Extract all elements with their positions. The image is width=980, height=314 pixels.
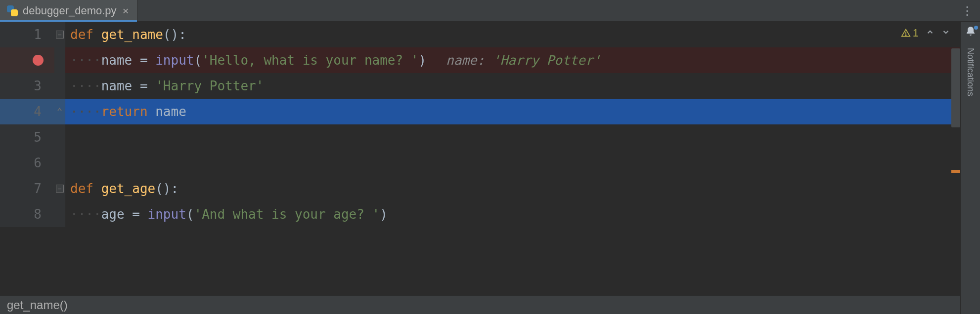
file-tab-label: debugger_demo.py: [23, 4, 117, 17]
code-line[interactable]: 7−def get_age():: [0, 176, 960, 201]
code-token: =: [132, 53, 155, 68]
warning-count: 1: [913, 27, 919, 39]
line-number-gutter[interactable]: 4: [0, 99, 54, 124]
code-token: age: [101, 207, 125, 222]
file-tab[interactable]: debugger_demo.py ×: [0, 0, 137, 21]
code-line[interactable]: 4⌃····return name: [0, 99, 960, 124]
indent-guide: ····: [70, 104, 101, 119]
next-highlight-icon[interactable]: [941, 27, 950, 39]
code-token: 'Hello, what is your name? ': [202, 53, 418, 68]
line-number: 5: [34, 130, 42, 145]
code-token: get_age: [101, 181, 156, 196]
tab-actions-menu[interactable]: ⋮: [961, 0, 980, 21]
inline-debug-value[interactable]: name: 'Harry Potter': [446, 53, 601, 68]
breadcrumb-bar[interactable]: get_name(): [0, 295, 960, 314]
inline-debug-var-value: 'Harry Potter': [485, 53, 601, 68]
indent-guide: ····: [70, 207, 101, 222]
tab-spacer: [137, 0, 961, 21]
line-number-gutter[interactable]: 7: [0, 176, 54, 201]
right-tool-strip: Notifications: [960, 22, 980, 314]
inspection-summary[interactable]: 1: [901, 27, 950, 39]
code-content[interactable]: [65, 150, 960, 176]
fold-collapse-icon[interactable]: −: [56, 31, 64, 39]
code-token: ():: [163, 27, 186, 42]
code-token: return: [101, 104, 156, 119]
fold-gutter[interactable]: [54, 150, 65, 176]
code-content[interactable]: ····name = 'Harry Potter': [65, 73, 960, 99]
code-token: 'And what is your age? ': [194, 207, 380, 222]
fold-gutter[interactable]: ⌃: [54, 99, 65, 124]
fold-gutter[interactable]: [54, 47, 65, 73]
scrollbar-thumb[interactable]: [951, 48, 960, 127]
fold-gutter[interactable]: [54, 124, 65, 150]
line-number: 3: [34, 78, 42, 93]
svg-point-1: [905, 35, 906, 36]
code-content[interactable]: [65, 124, 960, 150]
code-token: name: [155, 104, 186, 119]
fold-gutter[interactable]: −: [54, 176, 65, 201]
fold-gutter[interactable]: [54, 201, 65, 227]
line-number: 8: [34, 207, 42, 222]
error-stripe-mark[interactable]: [951, 170, 960, 173]
code-token: def: [70, 27, 101, 42]
code-token: def: [70, 181, 101, 196]
code-token: =: [125, 207, 148, 222]
indent-guide: ····: [70, 78, 101, 93]
code-token: (: [194, 53, 202, 68]
notification-dot-icon: [974, 26, 978, 30]
main-area: 1 1−def get_name():2····name = input('He…: [0, 22, 980, 314]
code-content[interactable]: def get_age():: [65, 176, 960, 201]
code-token: name: [101, 78, 133, 93]
line-number: 4: [34, 104, 42, 119]
line-number-gutter[interactable]: 5: [0, 124, 54, 150]
code-content[interactable]: ····name = input('Hello, what is your na…: [65, 47, 960, 73]
notifications-icon[interactable]: [965, 26, 977, 40]
breakpoint-icon[interactable]: [33, 55, 44, 66]
code-content[interactable]: ····age = input('And what is your age? '…: [65, 201, 960, 227]
code-token: ():: [155, 181, 178, 196]
tab-bar: debugger_demo.py × ⋮: [0, 0, 980, 22]
indent-guide: ····: [70, 53, 101, 68]
code-content[interactable]: def get_name():: [65, 22, 960, 47]
fold-collapse-icon[interactable]: −: [56, 185, 64, 193]
code-editor[interactable]: 1 1−def get_name():2····name = input('He…: [0, 22, 960, 295]
code-token: ): [380, 207, 388, 222]
fold-gutter[interactable]: −: [54, 22, 65, 47]
line-number-gutter[interactable]: 1: [0, 22, 54, 47]
line-number-gutter[interactable]: 6: [0, 150, 54, 176]
notifications-tab-label[interactable]: Notifications: [965, 48, 976, 96]
prev-highlight-icon[interactable]: [926, 27, 935, 39]
inline-debug-var-name: name:: [446, 53, 485, 68]
code-token: ): [418, 53, 426, 68]
close-tab-icon[interactable]: ×: [122, 4, 130, 17]
code-token: input: [155, 53, 194, 68]
line-number: 6: [34, 156, 42, 170]
code-token: 'Harry Potter': [155, 78, 264, 93]
code-line[interactable]: 2····name = input('Hello, what is your n…: [0, 47, 960, 73]
code-line[interactable]: 6: [0, 150, 960, 176]
line-number-gutter[interactable]: 2: [0, 47, 54, 73]
fold-end-icon: ⌃: [56, 106, 62, 118]
code-token: =: [132, 78, 155, 93]
line-number: 1: [34, 27, 42, 42]
breadcrumb-item[interactable]: get_name(): [7, 298, 68, 312]
code-token: (: [186, 207, 194, 222]
code-line[interactable]: 1−def get_name():: [0, 22, 960, 47]
fold-gutter[interactable]: [54, 73, 65, 99]
code-token: get_name: [101, 27, 163, 42]
line-number-gutter[interactable]: 8: [0, 201, 54, 227]
line-number: 7: [34, 181, 42, 196]
python-file-icon: [7, 5, 18, 16]
code-content[interactable]: ····return name: [65, 99, 960, 124]
code-token: input: [148, 207, 186, 222]
code-token: name: [101, 53, 133, 68]
code-line[interactable]: 5: [0, 124, 960, 150]
code-line[interactable]: 8····age = input('And what is your age? …: [0, 201, 960, 227]
code-line[interactable]: 3····name = 'Harry Potter': [0, 73, 960, 99]
warning-icon[interactable]: 1: [901, 27, 919, 39]
line-number-gutter[interactable]: 3: [0, 73, 54, 99]
